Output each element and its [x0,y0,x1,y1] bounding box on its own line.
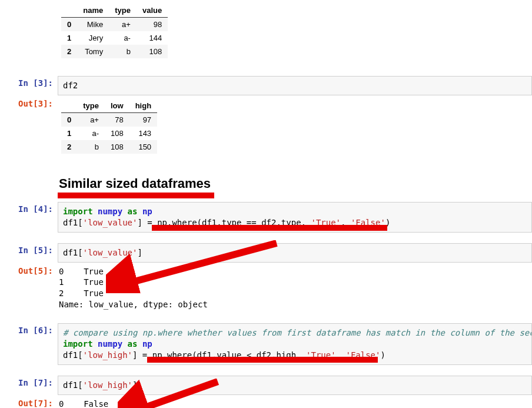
output-cell-df1-top: name type value 0 Mike a+ 98 1 Jery a- 1… [0,1,532,65]
table-row: 1 a- 108 143 [61,127,157,140]
prompt-in-5: In [5]: [0,243,58,255]
col-header: type [109,4,137,18]
col-header: value [137,4,168,18]
prompt-out-3: Out[3]: [0,97,58,108]
prompt-in-3: In [3]: [0,76,58,88]
output-cell-5: Out[5]: 0 True 1 True 2 True Name: low_v… [0,264,532,313]
output-text-5: 0 True 1 True 2 True Name: low_value, dt… [58,264,532,313]
col-header: type [77,99,105,113]
code-input-3[interactable]: df2 [58,76,532,95]
code-input-7[interactable]: df1['low_high'] [58,376,532,395]
dataframe-df1: name type value 0 Mike a+ 98 1 Jery a- 1… [61,4,168,58]
red-underline-npwhere-2 [147,357,378,363]
prompt-in-4: In [4]: [0,202,58,214]
input-cell-6: In [6]: # compare using np.where whether… [0,323,532,365]
prompt-in-7: In [7]: [0,376,58,387]
red-underline-heading [58,193,214,198]
input-cell-4: In [4]: import numpy as np df1['low_valu… [0,202,532,233]
col-header: high [129,99,157,113]
output-cell-7: Out[7]: 0 False 1 False 2 True [0,396,532,408]
output-cell-3: Out[3]: type low high 0 a+ 78 97 1 a- 10… [0,97,532,161]
input-cell-3: In [3]: df2 [0,76,532,95]
table-row: 0 a+ 78 97 [61,112,157,127]
dataframe-df2: type low high 0 a+ 78 97 1 a- 108 143 [61,99,157,154]
input-cell-7: In [7]: df1['low_high'] [0,376,532,395]
table-row: 1 Jery a- 144 [61,31,168,45]
markdown-cell-heading: Similar sized dataframes [0,162,532,198]
table-row: 2 Tomy b 108 [61,45,168,58]
prompt-empty [0,1,58,4]
section-heading: Similar sized dataframes [58,176,532,191]
prompt-out-7: Out[7]: [0,396,58,408]
prompt-out-5: Out[5]: [0,264,58,276]
red-underline-npwhere-1 [152,225,387,231]
table-row: 2 b 108 150 [61,140,157,154]
col-header: name [77,4,109,18]
code-input-5[interactable]: df1['low_value'] [58,243,532,263]
output-text-7: 0 False 1 False 2 True [58,396,532,408]
prompt-in-6: In [6]: [0,323,58,335]
col-header: low [105,99,129,113]
input-cell-5: In [5]: df1['low_value'] [0,243,532,263]
table-row: 0 Mike a+ 98 [61,18,168,32]
